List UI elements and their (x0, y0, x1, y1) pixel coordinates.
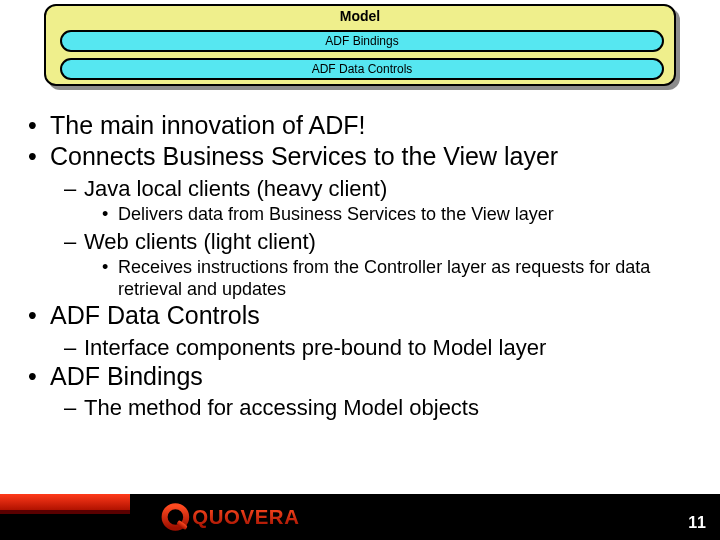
bullet-lvl2: The method for accessing Model objects (50, 394, 700, 422)
bullet-text: ADF Bindings (50, 362, 203, 390)
bullet-lvl1: The main innovation of ADF! (20, 110, 700, 141)
bullet-lvl3: Receives instructions from the Controlle… (84, 257, 700, 300)
footer-accent-shadow (0, 510, 130, 514)
bullet-text: Receives instructions from the Controlle… (118, 257, 650, 299)
logo-icon: QUOVERA (152, 502, 362, 532)
bullet-text: Connects Business Services to the View l… (50, 142, 558, 170)
bullet-lvl2: Interface components pre-bound to Model … (50, 334, 700, 362)
bullet-lvl1: Connects Business Services to the View l… (20, 141, 700, 300)
bullet-text: ADF Data Controls (50, 301, 260, 329)
page-number: 11 (688, 514, 706, 532)
bullet-text: The main innovation of ADF! (50, 111, 365, 139)
footer-bar: QUOVERA 11 (0, 494, 720, 540)
slide: Model ADF Bindings ADF Data Controls The… (0, 0, 720, 540)
model-diagram: Model ADF Bindings ADF Data Controls (44, 4, 676, 86)
bullet-lvl1: ADF Data Controls Interface components p… (20, 300, 700, 361)
bullet-text: Delivers data from Business Services to … (118, 204, 554, 224)
bullet-lvl2: Web clients (light client) Receives inst… (50, 228, 700, 301)
bullet-text: Interface components pre-bound to Model … (84, 335, 546, 360)
bullet-text: Java local clients (heavy client) (84, 176, 387, 201)
bullet-lvl3: Delivers data from Business Services to … (84, 204, 700, 226)
bullet-text: Web clients (light client) (84, 229, 316, 254)
bullet-lvl2: Java local clients (heavy client) Delive… (50, 175, 700, 226)
bullet-text: The method for accessing Model objects (84, 395, 479, 420)
quovera-logo: QUOVERA (152, 500, 362, 534)
diagram-title: Model (46, 8, 674, 24)
footer-accent (0, 494, 130, 510)
pill-adf-bindings: ADF Bindings (60, 30, 664, 52)
svg-text:QUOVERA: QUOVERA (192, 506, 299, 528)
bullet-content: The main innovation of ADF! Connects Bus… (20, 110, 700, 422)
pill-adf-data-controls: ADF Data Controls (60, 58, 664, 80)
bullet-lvl1: ADF Bindings The method for accessing Mo… (20, 361, 700, 422)
